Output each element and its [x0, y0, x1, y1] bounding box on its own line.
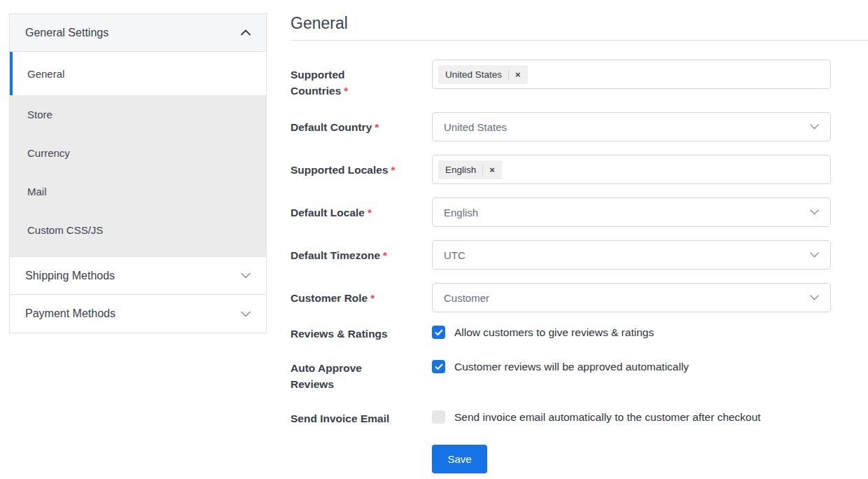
- field-label: Supported Countries*: [290, 60, 432, 99]
- required-asterisk: *: [374, 121, 379, 133]
- sidebar-group-payment-methods[interactable]: Payment Methods: [10, 295, 266, 333]
- save-button[interactable]: Save: [432, 445, 487, 473]
- chevron-down-icon: [810, 124, 819, 130]
- form-row-default-locale: Default Locale* English: [290, 197, 831, 227]
- chevron-down-icon: [241, 311, 251, 317]
- checkbox-description: Allow customers to give reviews & rating…: [454, 326, 654, 340]
- sidebar-item-currency[interactable]: Currency: [10, 134, 266, 172]
- remove-tag-icon[interactable]: ×: [489, 165, 495, 174]
- tag-chip-united-states: United States ×: [438, 65, 528, 84]
- field-label: Default Timezone*: [290, 240, 432, 270]
- tag-label: English: [445, 165, 476, 175]
- tag-chip-english: English ×: [438, 160, 502, 179]
- field-label: Default Country*: [290, 112, 432, 141]
- tag-label: United States: [445, 69, 502, 80]
- supported-countries-input[interactable]: United States ×: [432, 60, 831, 89]
- field-label: Default Locale*: [290, 197, 432, 227]
- title-divider: [290, 40, 868, 41]
- sidebar-group-body: General Store Currency Mail Custom CSS/J…: [10, 52, 266, 257]
- field-label: Reviews & Ratings: [290, 326, 432, 342]
- auto-approve-reviews-checkbox[interactable]: Customer reviews will be approved automa…: [432, 360, 831, 374]
- chevron-down-icon: [810, 209, 819, 215]
- settings-content: General Supported Countries* United Stat…: [290, 13, 868, 473]
- field-label: Auto Approve Reviews: [290, 360, 432, 392]
- customer-role-select[interactable]: Customer: [432, 283, 831, 312]
- select-value: United States: [444, 121, 507, 133]
- field-label: Supported Locales*: [290, 155, 432, 184]
- checkbox-description: Customer reviews will be approved automa…: [454, 360, 689, 374]
- checkbox-description: Send invoice email automatically to the …: [454, 410, 761, 424]
- sidebar-item-label: Store: [27, 109, 52, 120]
- tag-divider: [508, 69, 509, 80]
- required-asterisk: *: [391, 164, 396, 176]
- form-row-default-country: Default Country* United States: [290, 112, 831, 141]
- checkbox-checked-icon: [432, 360, 445, 373]
- field-label: Customer Role*: [290, 283, 432, 312]
- settings-sidebar: General Settings General Store Currency …: [9, 13, 267, 333]
- sidebar-item-label: General: [27, 68, 64, 80]
- chevron-down-icon: [241, 272, 251, 279]
- required-asterisk: *: [383, 249, 387, 261]
- default-timezone-select[interactable]: UTC: [432, 240, 831, 270]
- default-country-select[interactable]: United States: [432, 112, 831, 141]
- sidebar-item-label: Custom CSS/JS: [27, 224, 103, 236]
- required-asterisk: *: [368, 207, 372, 218]
- tag-divider: [482, 165, 483, 175]
- select-value: UTC: [444, 249, 465, 261]
- chevron-down-icon: [810, 252, 819, 258]
- form-row-send-invoice-email: Send Invoice Email Send invoice email au…: [290, 410, 831, 426]
- remove-tag-icon[interactable]: ×: [515, 70, 521, 79]
- default-locale-select[interactable]: English: [432, 197, 831, 227]
- form-row-default-timezone: Default Timezone* UTC: [290, 240, 831, 270]
- sidebar-item-label: Currency: [27, 147, 70, 159]
- sidebar-item-general[interactable]: General: [10, 52, 266, 95]
- sidebar-group-label: General Settings: [25, 27, 108, 39]
- required-asterisk: *: [370, 292, 374, 304]
- select-value: English: [444, 207, 478, 218]
- sidebar-item-label: Mail: [27, 186, 47, 197]
- form-row-supported-locales: Supported Locales* English ×: [290, 155, 831, 184]
- reviews-ratings-checkbox[interactable]: Allow customers to give reviews & rating…: [432, 326, 831, 340]
- field-label: Send Invoice Email: [290, 410, 432, 426]
- required-asterisk: *: [344, 85, 348, 97]
- chevron-down-icon: [810, 295, 819, 300]
- form-row-customer-role: Customer Role* Customer: [290, 283, 831, 312]
- sidebar-group-label: Payment Methods: [25, 307, 115, 320]
- chevron-up-icon: [241, 29, 251, 36]
- supported-locales-input[interactable]: English ×: [432, 155, 831, 184]
- sidebar-group-label: Shipping Methods: [25, 270, 115, 282]
- form-row-auto-approve-reviews: Auto Approve Reviews Customer reviews wi…: [290, 360, 831, 392]
- sidebar-group-general-settings[interactable]: General Settings: [10, 14, 266, 52]
- send-invoice-email-checkbox[interactable]: Send invoice email automatically to the …: [432, 410, 831, 424]
- sidebar-item-store[interactable]: Store: [10, 95, 266, 134]
- checkbox-unchecked-icon: [432, 410, 445, 424]
- form-row-supported-countries: Supported Countries* United States ×: [290, 60, 831, 99]
- select-value: Customer: [444, 292, 489, 304]
- sidebar-group-shipping-methods[interactable]: Shipping Methods: [10, 257, 266, 295]
- general-settings-form: Supported Countries* United States × Def…: [290, 60, 868, 473]
- sidebar-item-mail[interactable]: Mail: [10, 172, 266, 211]
- form-row-reviews-ratings: Reviews & Ratings Allow customers to giv…: [290, 326, 831, 342]
- page-title: General: [290, 13, 868, 33]
- sidebar-item-custom-css-js[interactable]: Custom CSS/JS: [10, 211, 266, 249]
- checkbox-checked-icon: [432, 326, 445, 339]
